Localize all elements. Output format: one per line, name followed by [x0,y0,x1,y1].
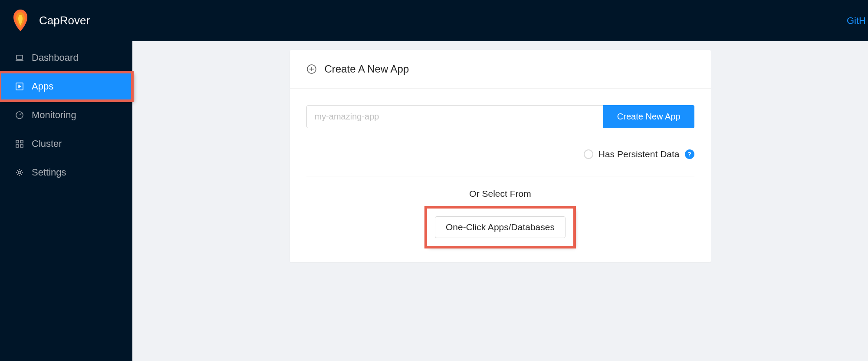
svg-rect-7 [16,145,19,147]
plus-circle-icon [306,64,317,74]
svg-rect-6 [20,140,23,143]
svg-rect-8 [20,145,23,147]
app-name-input[interactable] [306,105,603,128]
sidebar-item-dashboard[interactable]: Dashboard [0,43,132,72]
sidebar-item-label: Monitoring [32,109,76,121]
sidebar-item-cluster[interactable]: Cluster [0,129,132,158]
svg-rect-0 [16,55,23,60]
persistent-row: Has Persistent Data ? [306,149,694,176]
svg-point-9 [18,171,21,174]
sidebar-item-label: Apps [32,81,53,92]
sidebar-item-monitoring[interactable]: Monitoring [0,101,132,129]
oneclick-apps-button[interactable]: One-Click Apps/Databases [435,216,566,238]
app-create-row: Create New App [306,105,694,128]
sidebar-item-settings[interactable]: Settings [0,158,132,187]
main-container: Dashboard Apps Monitoring [0,41,868,361]
caprover-logo-icon [11,9,30,33]
play-square-icon [15,82,24,91]
logo-wrap: CapRover [11,9,90,33]
sidebar-item-label: Dashboard [32,52,79,63]
app-header: CapRover GitH [0,0,868,41]
laptop-icon [15,53,24,62]
select-from-label: Or Select From [306,189,694,199]
github-link[interactable]: GitH [847,15,868,26]
gear-icon [15,168,24,177]
oneclick-highlight: One-Click Apps/Databases [427,209,573,246]
help-icon[interactable]: ? [685,149,694,159]
svg-line-4 [20,113,21,115]
sidebar-item-label: Settings [32,167,66,178]
cluster-icon [15,139,24,148]
persistent-checkbox[interactable] [584,149,593,159]
card-body: Create New App Has Persistent Data ? Or … [290,89,711,262]
create-app-button[interactable]: Create New App [603,105,694,128]
dashboard-icon [15,111,24,119]
persistent-label: Has Persistent Data [598,149,680,159]
sidebar: Dashboard Apps Monitoring [0,41,132,361]
content-area: Create A New App Create New App Has Pers… [132,41,868,361]
card-header: Create A New App [290,50,711,89]
sidebar-item-apps[interactable]: Apps [0,72,132,101]
select-from-section: Or Select From One-Click Apps/Databases [306,176,694,246]
svg-rect-5 [16,140,19,143]
create-app-card: Create A New App Create New App Has Pers… [290,50,711,262]
card-title: Create A New App [325,63,409,75]
sidebar-item-label: Cluster [32,138,62,149]
brand-name: CapRover [39,14,90,27]
